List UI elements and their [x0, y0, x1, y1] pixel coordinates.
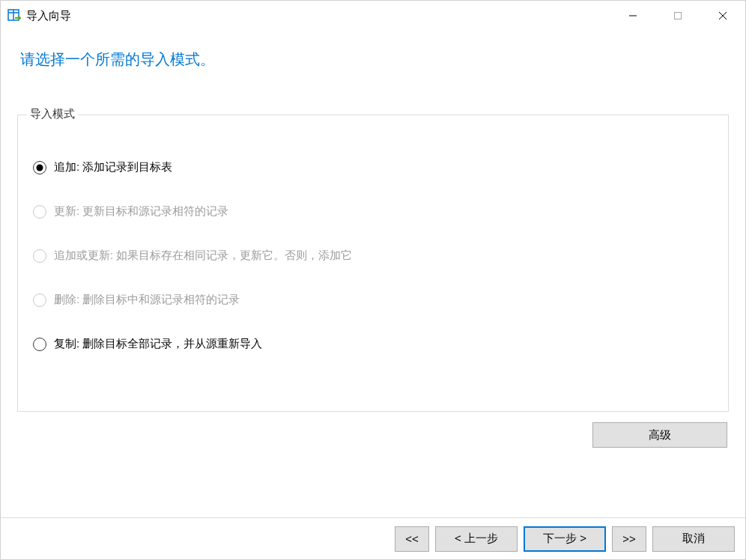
cancel-button[interactable]: 取消 [652, 526, 735, 552]
prev-button[interactable]: < 上一步 [435, 526, 518, 552]
titlebar: 导入向导 [1, 1, 745, 31]
radio-option-delete: 删除: 删除目标中和源记录相符的记录 [33, 285, 713, 314]
import-mode-fieldset: 导入模式 追加: 添加记录到目标表 更新: 更新目标和源记录相符的记录 追加或更… [17, 115, 729, 412]
minimize-button[interactable] [610, 1, 655, 31]
app-icon [7, 8, 22, 23]
maximize-button [655, 1, 700, 31]
first-button[interactable]: << [395, 526, 429, 552]
radio-label: 复制: 删除目标全部记录，并从源重新导入 [54, 337, 262, 351]
advanced-row: 高级 [17, 422, 729, 448]
radio-icon [33, 293, 46, 307]
radio-icon [33, 338, 46, 351]
radio-label: 删除: 删除目标中和源记录相符的记录 [54, 293, 240, 307]
radio-option-copy[interactable]: 复制: 删除目标全部记录，并从源重新导入 [33, 329, 713, 359]
window-controls [610, 1, 745, 31]
next-button[interactable]: 下一步 > [524, 526, 606, 552]
close-button[interactable] [700, 1, 745, 31]
radio-label: 追加: 添加记录到目标表 [54, 160, 172, 174]
advanced-button[interactable]: 高级 [592, 422, 727, 448]
content-area: 请选择一个所需的导入模式。 导入模式 追加: 添加记录到目标表 更新: 更新目标… [1, 31, 745, 517]
radio-icon [33, 249, 46, 263]
radio-label: 更新: 更新目标和源记录相符的记录 [54, 204, 228, 219]
fieldset-legend: 导入模式 [27, 107, 78, 121]
radio-option-append-or-update: 追加或更新: 如果目标存在相同记录，更新它。否则，添加它 [33, 241, 713, 270]
window-title: 导入向导 [26, 9, 71, 23]
radio-icon [33, 161, 46, 174]
last-button[interactable]: >> [612, 526, 646, 552]
wizard-footer: << < 上一步 下一步 > >> 取消 [1, 517, 745, 559]
page-heading: 请选择一个所需的导入模式。 [17, 49, 729, 70]
svg-rect-4 [675, 13, 682, 19]
radio-option-append[interactable]: 追加: 添加记录到目标表 [33, 153, 713, 182]
radio-icon [33, 205, 46, 219]
radio-option-update: 更新: 更新目标和源记录相符的记录 [33, 197, 713, 226]
radio-label: 追加或更新: 如果目标存在相同记录，更新它。否则，添加它 [54, 249, 352, 263]
